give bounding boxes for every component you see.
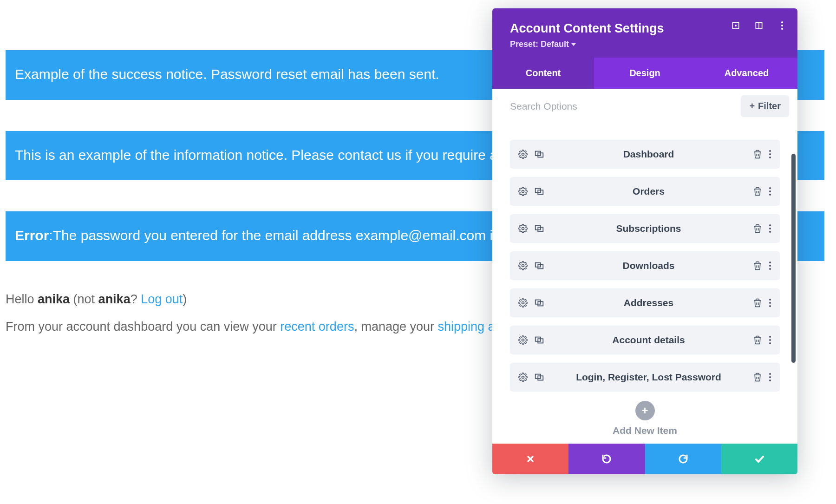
svg-point-7 [522,153,524,156]
gear-icon[interactable] [518,298,528,308]
cancel-button[interactable] [492,444,568,474]
svg-point-6 [781,28,783,30]
filter-button[interactable]: + Filter [741,95,789,117]
more-icon[interactable] [769,298,771,308]
panel-tabs: Content Design Advanced [492,58,797,89]
svg-point-4 [781,21,783,23]
content-item[interactable]: Account details [510,326,780,354]
svg-point-19 [522,228,524,230]
svg-point-35 [769,302,771,304]
tab-advanced[interactable]: Advanced [696,58,797,89]
more-icon[interactable] [769,224,771,233]
svg-point-5 [781,25,783,26]
svg-point-43 [522,376,524,379]
plus-icon: + [749,101,755,111]
trash-icon[interactable] [753,335,762,345]
duplicate-icon[interactable] [534,335,544,345]
add-item-button[interactable]: + [635,401,655,420]
svg-point-34 [769,299,771,301]
svg-point-31 [522,302,524,304]
search-input[interactable] [510,101,734,112]
svg-point-29 [769,265,771,267]
svg-point-18 [769,194,771,196]
preset-prefix: Preset: [510,39,538,49]
duplicate-icon[interactable] [534,187,544,196]
error-label: Error [15,228,49,243]
svg-point-30 [769,268,771,270]
svg-point-36 [769,305,771,307]
svg-point-16 [769,187,771,189]
trash-icon[interactable] [753,150,762,159]
scrollbar-thumb[interactable] [791,154,796,363]
gear-icon[interactable] [518,261,528,270]
content-item[interactable]: Subscriptions [510,214,780,243]
logout-link[interactable]: Log out [141,292,183,306]
caret-down-icon [571,43,576,46]
trash-icon[interactable] [753,298,762,308]
dash-mid: , manage your [354,320,438,334]
search-bar: + Filter [492,89,797,124]
content-item[interactable]: Login, Register, Lost Password [510,363,780,392]
gear-icon[interactable] [518,150,528,159]
duplicate-icon[interactable] [534,150,544,159]
item-label: Login, Register, Lost Password [550,372,747,383]
item-label: Subscriptions [550,223,747,234]
more-icon[interactable] [777,20,787,31]
preset-dropdown[interactable]: Preset: Default [510,39,576,49]
redo-button[interactable] [645,444,721,474]
trash-icon[interactable] [753,261,762,270]
dash-pre: From your account dashboard you can view… [6,320,280,334]
tab-design[interactable]: Design [594,58,696,89]
add-section: + Add New Item [492,396,797,436]
svg-point-46 [769,373,771,375]
gear-icon[interactable] [518,187,528,196]
svg-point-41 [769,339,771,341]
svg-point-22 [769,224,771,226]
content-item[interactable]: Addresses [510,288,780,317]
svg-point-25 [522,265,524,267]
recent-orders-link[interactable]: recent orders [280,320,354,334]
gear-icon[interactable] [518,373,528,382]
columns-icon[interactable] [754,20,764,31]
trash-icon[interactable] [753,187,762,196]
svg-point-48 [769,380,771,381]
save-button[interactable] [721,444,797,474]
svg-point-23 [769,228,771,229]
trash-icon[interactable] [753,373,762,382]
undo-button[interactable] [568,444,645,474]
greeting-question: ? [131,292,141,306]
duplicate-icon[interactable] [534,298,544,308]
greeting-hello: Hello [6,292,38,306]
svg-point-40 [769,336,771,338]
svg-point-10 [769,150,771,152]
scrollbar[interactable] [791,154,796,363]
duplicate-icon[interactable] [534,224,544,233]
more-icon[interactable] [769,335,771,345]
gear-icon[interactable] [518,224,528,233]
panel-header: Account Content Settings Preset: Default [492,8,797,58]
more-icon[interactable] [769,187,771,196]
duplicate-icon[interactable] [534,261,544,270]
svg-point-17 [769,190,771,192]
settings-panel: Account Content Settings Preset: Default… [492,8,797,474]
expand-icon[interactable] [731,20,741,31]
greeting-username2: anika [98,292,131,306]
trash-icon[interactable] [753,224,762,233]
gear-icon[interactable] [518,335,528,345]
more-icon[interactable] [769,261,771,270]
content-item[interactable]: Orders [510,177,780,206]
error-text: :The password you entered for the email … [49,228,547,243]
more-icon[interactable] [769,150,771,159]
greeting-username: anika [38,292,70,306]
preset-name: Default [541,39,569,49]
duplicate-icon[interactable] [534,373,544,382]
svg-point-47 [769,376,771,378]
greeting-close: ) [183,292,187,306]
svg-point-37 [522,339,524,341]
svg-point-1 [735,25,737,26]
more-icon[interactable] [769,373,771,382]
content-item[interactable]: Downloads [510,251,780,280]
content-item[interactable]: Dashboard [510,140,780,169]
tab-content[interactable]: Content [492,58,594,89]
greeting-not: (not [70,292,98,306]
